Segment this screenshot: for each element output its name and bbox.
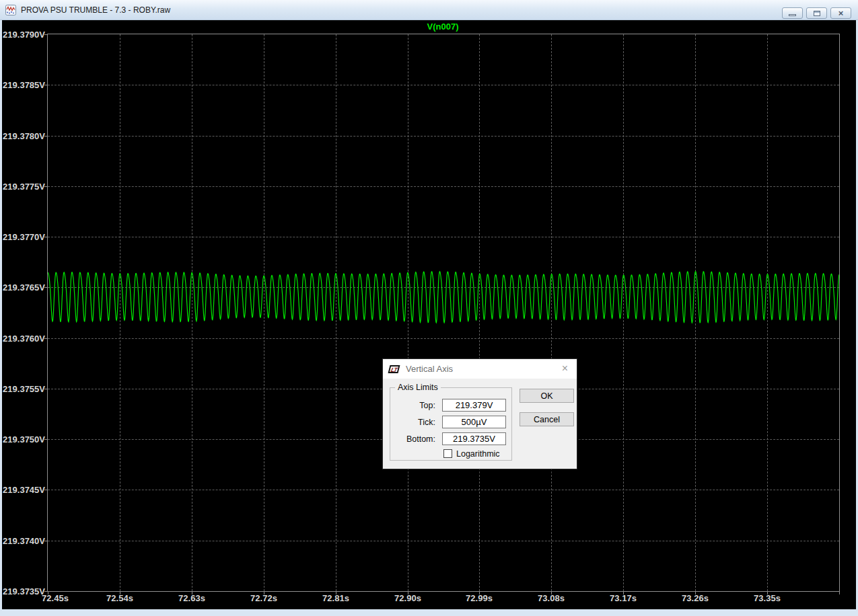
- x-tick-label: 73.35s: [740, 593, 794, 603]
- bottom-field-input[interactable]: [442, 432, 506, 445]
- ltspice-logo-icon: LT: [388, 365, 400, 373]
- minimize-button[interactable]: [782, 7, 803, 19]
- restore-button[interactable]: [806, 7, 827, 19]
- minimize-icon: [789, 14, 796, 16]
- bottom-field-label: Bottom:: [388, 434, 435, 444]
- dialog-titlebar[interactable]: LT Vertical Axis ×: [383, 359, 577, 379]
- x-tick-label: 73.08s: [524, 593, 578, 603]
- y-tick-label: 219.3750V: [2, 434, 45, 445]
- ok-button[interactable]: OK: [520, 389, 574, 403]
- axis-limits-label: Axis Limits: [395, 383, 441, 392]
- x-tick-label: 72.63s: [165, 593, 219, 603]
- y-tick-label: 219.3760V: [2, 334, 45, 344]
- tick-field-input[interactable]: [442, 416, 506, 428]
- y-tick-label: 219.3745V: [2, 485, 45, 495]
- window-controls: ×: [782, 7, 851, 19]
- logarithmic-checkbox[interactable]: [443, 449, 452, 458]
- x-tick-label: 73.17s: [596, 593, 650, 603]
- x-axis-tick: [839, 592, 840, 594]
- waveform-trace: [48, 34, 839, 591]
- y-tick-label: 219.3740V: [2, 536, 45, 546]
- close-icon: ×: [838, 9, 844, 17]
- top-field-label: Top:: [388, 401, 435, 410]
- x-tick-label: 72.90s: [381, 593, 435, 603]
- restore-icon: [814, 11, 820, 16]
- y-tick-label: 219.3790V: [2, 30, 45, 40]
- x-tick-label: 72.81s: [309, 593, 363, 603]
- y-tick-label: 219.3775V: [2, 182, 45, 192]
- vertical-axis-dialog: LT Vertical Axis × Axis Limits Top: Tick…: [382, 358, 577, 469]
- close-button[interactable]: ×: [830, 7, 851, 19]
- trace-legend-label[interactable]: V(n007): [376, 22, 510, 32]
- window-title: PROVA PSU TRUMBLE - 7.3 - ROBY.raw: [21, 5, 170, 15]
- y-tick-label: 219.3785V: [2, 80, 45, 90]
- x-tick-label: 72.54s: [93, 593, 147, 603]
- window-titlebar[interactable]: PROVA PSU TRUMBLE - 7.3 - ROBY.raw ×: [0, 0, 858, 20]
- plot-client-area: V(n007) LT Vertical Axis × Axis Limits T…: [2, 20, 856, 609]
- y-tick-label: 219.3735V: [2, 586, 45, 596]
- app-icon: [5, 5, 16, 15]
- dialog-close-icon[interactable]: ×: [562, 362, 568, 375]
- x-tick-label: 73.26s: [668, 593, 722, 603]
- y-tick-label: 219.3755V: [2, 384, 45, 394]
- ltspice-waveform-window: PROVA PSU TRUMBLE - 7.3 - ROBY.raw × V(n…: [0, 0, 858, 616]
- x-tick-label: 72.99s: [452, 593, 506, 603]
- y-tick-label: 219.3765V: [2, 282, 45, 293]
- logarithmic-label: Logarithmic: [456, 449, 500, 459]
- plot-area[interactable]: [47, 34, 840, 592]
- y-tick-label: 219.3770V: [2, 232, 45, 242]
- tick-field-label: Tick:: [388, 418, 435, 427]
- dialog-title: Vertical Axis: [406, 364, 453, 374]
- cancel-button[interactable]: Cancel: [520, 412, 574, 426]
- top-field-input[interactable]: [442, 399, 506, 412]
- x-tick-label: 72.72s: [237, 593, 291, 603]
- y-tick-label: 219.3780V: [2, 131, 45, 141]
